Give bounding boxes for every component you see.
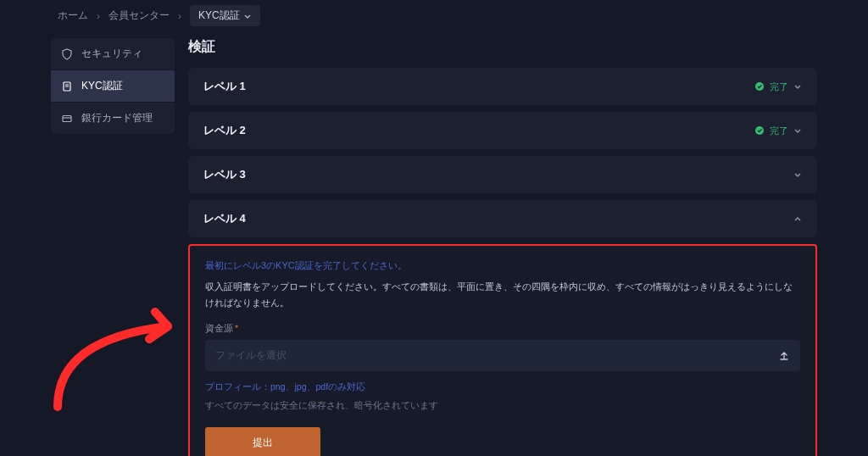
- level-row-3[interactable]: レベル 3: [188, 156, 817, 193]
- page-title: 検証: [188, 38, 817, 56]
- chevron-down-icon: [243, 12, 252, 20]
- level-label: レベル 1: [203, 79, 246, 94]
- required-asterisk: *: [235, 323, 238, 333]
- check-circle-icon: [754, 81, 765, 92]
- level-status: [793, 214, 802, 223]
- status-text: 完了: [770, 125, 788, 137]
- sidebar-item-label: KYC認証: [81, 79, 123, 93]
- sidebar-item-bankcard[interactable]: 銀行カード管理: [51, 103, 175, 134]
- file-format-hint: プロフィール：png、jpg、pdfのみ対応: [205, 381, 800, 393]
- document-icon: [61, 81, 73, 92]
- level-status: 完了: [754, 81, 802, 93]
- chevron-down-icon: [793, 170, 802, 179]
- shield-icon: [61, 48, 73, 60]
- crumb-home[interactable]: ホーム: [58, 8, 88, 23]
- sidebar: セキュリティ KYC認証 銀行カード管理: [51, 38, 175, 456]
- sidebar-item-label: セキュリティ: [81, 47, 142, 61]
- sidebar-item-security[interactable]: セキュリティ: [51, 38, 175, 70]
- crumb-current-label: KYC認証: [198, 8, 240, 23]
- chevron-down-icon: [793, 126, 802, 135]
- file-select-input[interactable]: ファイルを選択: [205, 340, 800, 371]
- card-icon: [61, 113, 73, 125]
- level-row-4[interactable]: レベル 4: [188, 200, 817, 237]
- crumb-center[interactable]: 会員センター: [108, 8, 170, 23]
- status-text: 完了: [770, 81, 788, 93]
- svg-point-6: [755, 126, 764, 135]
- sidebar-item-label: 銀行カード管理: [81, 111, 153, 125]
- warning-text: 最初にレベル3のKYC認証を完了してください。: [205, 259, 800, 272]
- breadcrumb: ホーム › 会員センター › KYC認証: [0, 0, 868, 31]
- crumb-current[interactable]: KYC認証: [190, 5, 260, 26]
- check-circle-icon: [754, 125, 765, 136]
- chevron-down-icon: [793, 82, 802, 91]
- chevron-right-icon: ›: [97, 10, 100, 22]
- level-label: レベル 4: [203, 211, 246, 226]
- submit-button[interactable]: 提出: [205, 427, 320, 456]
- level-row-1[interactable]: レベル 1 完了: [188, 68, 817, 105]
- field-label: 資金源*: [205, 322, 800, 335]
- field-label-text: 資金源: [205, 323, 233, 333]
- svg-rect-3: [63, 115, 71, 121]
- level-status: 完了: [754, 125, 802, 137]
- level-status: [793, 170, 802, 179]
- file-placeholder: ファイルを選択: [215, 348, 287, 363]
- chevron-right-icon: ›: [178, 10, 181, 22]
- secure-note: すべてのデータは安全に保存され、暗号化されています: [205, 400, 800, 412]
- level-label: レベル 2: [203, 123, 246, 138]
- upload-icon: [778, 350, 790, 362]
- level-row-2[interactable]: レベル 2 完了: [188, 112, 817, 149]
- level4-expanded-panel: 最初にレベル3のKYC認証を完了してください。 収入証明書をアップロードしてくだ…: [188, 244, 817, 456]
- svg-point-5: [755, 82, 764, 91]
- instruction-text: 収入証明書をアップロードしてください。すべての書類は、平面に置き、その四隅を枠内…: [205, 279, 800, 310]
- chevron-up-icon: [793, 214, 802, 223]
- sidebar-item-kyc[interactable]: KYC認証: [51, 70, 175, 102]
- level-label: レベル 3: [203, 167, 246, 182]
